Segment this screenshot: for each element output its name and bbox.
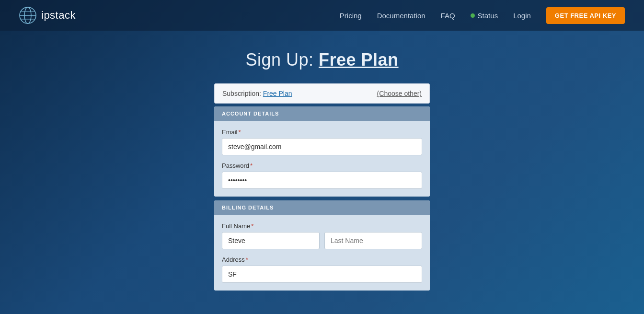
email-label-text: Email: [222, 128, 238, 136]
billing-section-body: Full Name* Address*: [214, 215, 430, 291]
fullname-group: Full Name*: [222, 222, 422, 249]
nav-status: Status: [478, 12, 498, 20]
email-required: *: [239, 128, 241, 136]
account-details-section: ACCOUNT DETAILS Email* Password*: [214, 106, 430, 197]
account-section-body: Email* Password*: [214, 121, 430, 197]
nav-login[interactable]: Login: [513, 12, 531, 20]
fullname-label-text: Full Name: [222, 222, 250, 230]
firstname-input[interactable]: [222, 232, 320, 249]
email-group: Email*: [222, 128, 422, 155]
address-label-text: Address: [222, 256, 245, 263]
nav-pricing[interactable]: Pricing: [340, 12, 362, 20]
address-input[interactable]: [222, 266, 422, 283]
nav-faq[interactable]: FAQ: [441, 12, 455, 20]
subscription-plan-link[interactable]: Free Plan: [263, 90, 292, 97]
password-group: Password*: [222, 162, 422, 189]
password-required: *: [250, 162, 253, 169]
name-row: [222, 232, 422, 249]
form-container: Subscription: Free Plan (Choose other) A…: [214, 83, 430, 294]
nav-documentation[interactable]: Documentation: [377, 12, 426, 20]
cta-button[interactable]: GET FREE API KEY: [546, 7, 625, 24]
address-label: Address*: [222, 256, 422, 263]
fullname-required: *: [251, 222, 253, 230]
password-input[interactable]: [222, 172, 422, 189]
address-required: *: [246, 256, 248, 263]
status-dot: [471, 13, 475, 18]
logo-icon: [19, 7, 36, 24]
email-input[interactable]: [222, 138, 422, 155]
account-section-header: ACCOUNT DETAILS: [214, 106, 430, 121]
logo-link[interactable]: ipstack: [19, 7, 76, 24]
main-nav: Pricing Documentation FAQ Status Login G…: [340, 7, 625, 24]
lastname-input[interactable]: [324, 232, 422, 249]
billing-details-section: BILLING DETAILS Full Name* Address*: [214, 200, 430, 291]
status-indicator: Status: [471, 12, 498, 20]
subscription-text: Subscription:: [222, 90, 263, 97]
address-group: Address*: [222, 256, 422, 283]
logo-text: ipstack: [41, 9, 76, 22]
plan-title-link[interactable]: Free Plan: [319, 50, 399, 70]
password-label-text: Password: [222, 162, 249, 169]
password-label: Password*: [222, 162, 422, 169]
title-prefix: Sign Up:: [245, 50, 319, 70]
choose-other-link[interactable]: (Choose other): [377, 90, 422, 97]
subscription-label: Subscription: Free Plan: [222, 90, 292, 97]
subscription-bar: Subscription: Free Plan (Choose other): [214, 83, 430, 104]
page-title: Sign Up: Free Plan: [245, 50, 398, 70]
email-label: Email*: [222, 128, 422, 136]
fullname-label: Full Name*: [222, 222, 422, 230]
billing-section-header: BILLING DETAILS: [214, 200, 430, 215]
